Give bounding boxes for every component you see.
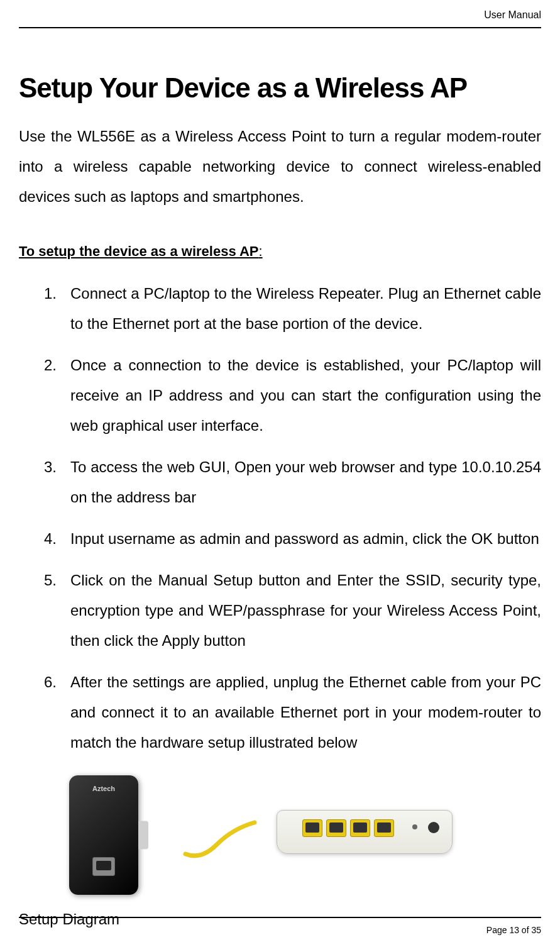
router-port-icon xyxy=(374,819,394,837)
ethernet-cable-icon xyxy=(182,813,258,863)
power-plug-icon xyxy=(138,821,148,850)
sub-heading-colon: : xyxy=(259,243,263,259)
footer-page-number: Page 13 of 35 xyxy=(486,925,541,935)
header-doc-title: User Manual xyxy=(484,9,541,20)
repeater-brand-label: Aztech xyxy=(69,785,138,792)
step-item: Connect a PC/laptop to the Wireless Repe… xyxy=(44,279,541,339)
sub-heading-text: To setup the device as a wireless AP xyxy=(19,243,259,259)
step-item: Once a connection to the device is estab… xyxy=(44,350,541,441)
router-port-icon xyxy=(326,819,346,837)
footer: Page 13 of 35 xyxy=(19,917,541,936)
router-port-icon xyxy=(302,819,322,837)
step-item: Click on the Manual Setup button and Ent… xyxy=(44,565,541,656)
sub-heading: To setup the device as a wireless AP: xyxy=(19,243,541,260)
router-power-icon xyxy=(428,822,439,833)
repeater-device-icon: Aztech xyxy=(69,775,163,901)
step-item: To access the web GUI, Open your web bro… xyxy=(44,452,541,512)
setup-diagram: Aztech xyxy=(69,769,459,907)
router-device-icon xyxy=(277,810,453,867)
steps-list: Connect a PC/laptop to the Wireless Repe… xyxy=(19,279,541,758)
step-item: After the settings are applied, unplug t… xyxy=(44,667,541,758)
router-button-icon xyxy=(412,824,417,829)
ethernet-port-icon xyxy=(92,857,115,876)
router-port-icon xyxy=(350,819,370,837)
page-heading: Setup Your Device as a Wireless AP xyxy=(19,72,541,104)
header: User Manual xyxy=(19,0,541,28)
intro-paragraph: Use the WL556E as a Wireless Access Poin… xyxy=(19,121,541,212)
step-item: Input username as admin and password as … xyxy=(44,524,541,554)
